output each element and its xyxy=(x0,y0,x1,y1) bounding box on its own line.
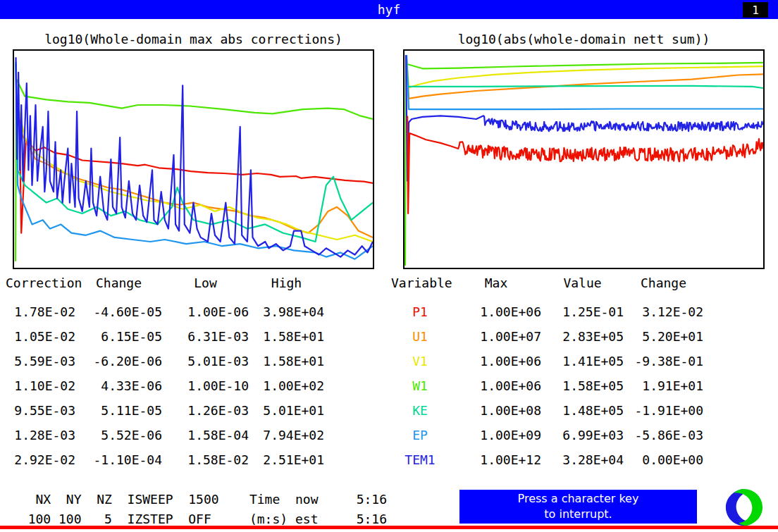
table-cell: 1.48E+05 xyxy=(541,398,624,423)
table-cell: 1.00E+08 xyxy=(451,398,541,423)
table-cell: 9.55E-03 xyxy=(6,398,75,423)
table-cell: -5.86E-03 xyxy=(624,423,703,447)
table-cell: 2.51E+01 xyxy=(249,447,324,472)
variable-label: KE xyxy=(389,398,451,423)
table-cell: 5.01E+01 xyxy=(249,398,324,423)
table-cell: 2.83E+05 xyxy=(541,324,624,349)
table-cell: 2.92E-02 xyxy=(6,447,75,472)
table-cell: 6.99E+03 xyxy=(541,423,624,447)
corrections-table: CorrectionChangeLowHigh1.78E-02-4.60E-05… xyxy=(6,275,324,472)
table-cell: 3.28E+04 xyxy=(541,447,624,472)
variables-table: VariableMaxValueChangeP11.00E+061.25E-01… xyxy=(389,275,703,472)
table-cell: 1.00E+09 xyxy=(451,423,541,447)
solver-monitor-screen: hyf 1 log10(Whole-domain max abs correct… xyxy=(0,0,778,532)
table-cell: 5.59E-03 xyxy=(6,349,75,373)
table-cell: 1.28E-03 xyxy=(6,423,75,447)
table-cell: 1.26E-03 xyxy=(162,398,249,423)
page-number-badge: 1 xyxy=(743,2,768,18)
table-header: Value xyxy=(541,275,624,292)
series-EP xyxy=(16,61,373,259)
table-cell: 1.25E-01 xyxy=(541,299,624,324)
table-cell: 1.00E+02 xyxy=(249,373,324,398)
table-header: Change xyxy=(75,275,162,292)
table-cell: 5.01E-03 xyxy=(162,349,249,373)
cham-logo-icon xyxy=(724,487,765,528)
table-cell: 1.58E-02 xyxy=(162,447,249,472)
table-cell: 1.05E-02 xyxy=(6,324,75,349)
variable-label: EP xyxy=(389,423,451,447)
variable-label: TEM1 xyxy=(389,447,451,472)
table-cell: 1.58E-04 xyxy=(162,423,249,447)
interrupt-button[interactable]: Press a character key to interrupt. xyxy=(459,490,697,524)
table-cell: 1.00E+12 xyxy=(451,447,541,472)
table-cell: 7.94E+02 xyxy=(249,423,324,447)
table-cell: 1.78E-02 xyxy=(6,299,75,324)
table-cell: 1.58E+05 xyxy=(541,373,624,398)
table-cell: -4.60E-05 xyxy=(75,299,162,324)
table-header: Max xyxy=(451,275,541,292)
table-cell: 1.00E+06 xyxy=(451,299,541,324)
table-cell: -1.91E+00 xyxy=(624,398,703,423)
table-cell: 1.00E+07 xyxy=(451,324,541,349)
table-cell: -6.20E-06 xyxy=(75,349,162,373)
left-chart-title: log10(Whole-domain max abs corrections) xyxy=(13,32,374,47)
window-title: hyf xyxy=(378,2,401,17)
interrupt-button-line1: Press a character key xyxy=(518,491,639,507)
table-cell: 1.58E+01 xyxy=(249,324,324,349)
table-cell: 1.58E+01 xyxy=(249,349,324,373)
table-cell: 1.10E-02 xyxy=(6,373,75,398)
variable-label: V1 xyxy=(389,349,451,373)
table-header: High xyxy=(249,275,324,292)
table-cell: 6.31E-03 xyxy=(162,324,249,349)
status-line-grid-sweep: NX NY NZ ISWEEP 1500 Time now 5:16 xyxy=(13,492,387,507)
series-V1 xyxy=(407,57,763,87)
table-cell: 1.91E+01 xyxy=(624,373,703,398)
variable-label: W1 xyxy=(389,373,451,398)
series-TEM1 xyxy=(406,55,762,181)
status-line-step-time: 100 100 5 IZSTEP OFF (m:s) est 5:16 xyxy=(13,512,387,526)
interrupt-button-line2: to interrupt. xyxy=(544,507,612,522)
table-header: Low xyxy=(162,275,249,292)
table-cell: 1.00E+06 xyxy=(451,373,541,398)
table-header: Correction xyxy=(6,275,75,292)
table-cell: 6.15E-05 xyxy=(75,324,162,349)
table-cell: 1.00E-06 xyxy=(162,299,249,324)
table-cell: 1.00E-10 xyxy=(162,373,249,398)
bottom-red-rule xyxy=(0,526,778,529)
series-TEM1 xyxy=(16,57,373,256)
variable-label: U1 xyxy=(389,324,451,349)
table-cell: 5.11E-05 xyxy=(75,398,162,423)
nett-sum-chart xyxy=(403,49,765,269)
table-cell: 5.52E-06 xyxy=(75,423,162,447)
variable-label: P1 xyxy=(389,299,451,324)
table-header: Change xyxy=(624,275,703,292)
title-bar: hyf 1 xyxy=(0,0,778,19)
series-KE xyxy=(16,64,373,242)
corrections-chart xyxy=(13,49,374,269)
table-cell: 1.00E+06 xyxy=(451,349,541,373)
table-header: Variable xyxy=(389,275,451,292)
table-cell: 5.20E+01 xyxy=(624,324,703,349)
nett-sum-chart-plot xyxy=(405,51,763,268)
table-cell: 4.33E-06 xyxy=(75,373,162,398)
table-cell: 0.00E+00 xyxy=(624,447,703,472)
table-cell: -9.38E-01 xyxy=(624,349,703,373)
series-KE xyxy=(406,55,763,88)
table-cell: -1.10E-04 xyxy=(75,447,162,472)
table-cell: 1.41E+05 xyxy=(541,349,624,373)
corrections-chart-plot xyxy=(14,51,373,268)
table-cell: 3.12E-02 xyxy=(624,299,703,324)
right-chart-title: log10(abs(whole-domain nett sum)) xyxy=(403,32,765,47)
table-cell: 3.98E+04 xyxy=(249,299,324,324)
